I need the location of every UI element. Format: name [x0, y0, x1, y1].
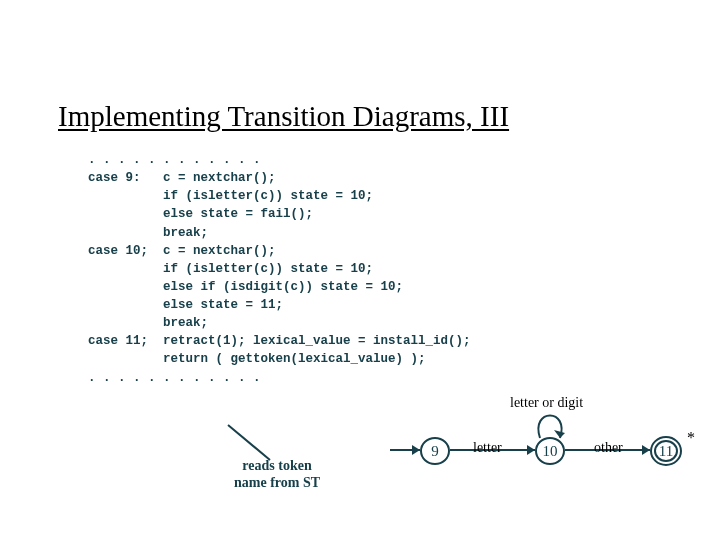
node-label: 9 [431, 443, 439, 460]
code-line: case 10; c = nextchar(); [88, 244, 276, 258]
code-line: . . . . . . . . . . . . [88, 371, 261, 385]
accepting-ring [654, 440, 678, 462]
state-node-10: 10 [535, 437, 565, 465]
code-line: break; [88, 226, 208, 240]
code-line: case 9: c = nextchar(); [88, 171, 276, 185]
edge-label-other: other [594, 440, 623, 456]
code-line: if (isletter(c)) state = 10; [88, 189, 373, 203]
code-line: else state = fail(); [88, 207, 313, 221]
svg-marker-2 [412, 445, 420, 455]
slide-title: Implementing Transition Diagrams, III [0, 0, 720, 133]
code-line: case 11; retract(1); lexical_value = ins… [88, 334, 471, 348]
code-line: return ( gettoken(lexical_value) ); [88, 352, 426, 366]
state-node-9: 9 [420, 437, 450, 465]
edge-label-loop: letter or digit [510, 395, 583, 411]
slide: Implementing Transition Diagrams, III . … [0, 0, 720, 540]
svg-marker-7 [554, 430, 565, 438]
edge-label-letter: letter [473, 440, 502, 456]
node-label: 10 [543, 443, 558, 460]
code-line: else if (isdigit(c)) state = 10; [88, 280, 403, 294]
code-block: . . . . . . . . . . . . case 9: c = next… [0, 151, 720, 387]
code-line: break; [88, 316, 208, 330]
code-line: . . . . . . . . . . . . [88, 153, 261, 167]
star-marker: * [687, 429, 695, 447]
svg-line-0 [228, 425, 270, 460]
svg-marker-4 [527, 445, 535, 455]
state-node-11: 11 [650, 436, 682, 466]
caption-reads-token: reads token name from ST [234, 458, 320, 492]
code-line: if (isletter(c)) state = 10; [88, 262, 373, 276]
code-line: else state = 11; [88, 298, 283, 312]
svg-marker-6 [642, 445, 650, 455]
node-label: 11 [659, 443, 673, 460]
